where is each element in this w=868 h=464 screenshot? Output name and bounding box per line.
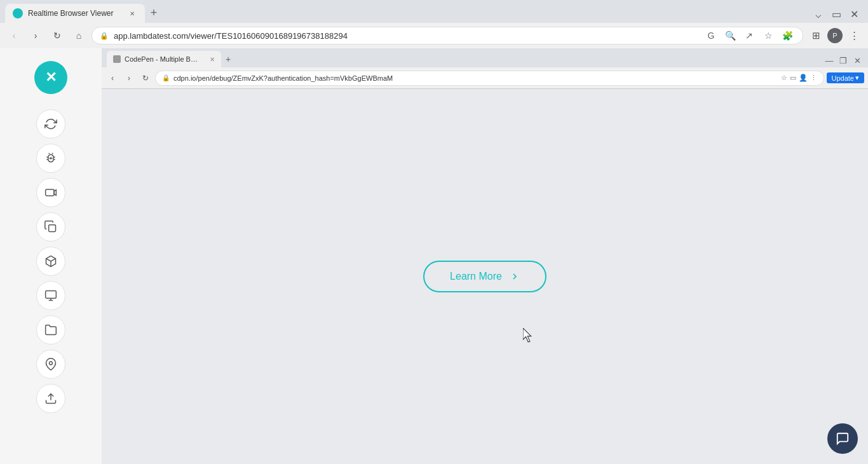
folder-icon-button[interactable] [36,315,65,345]
inner-menu-icon[interactable]: ⋮ [810,74,817,82]
inner-browser-content: Learn More [102,89,868,464]
learn-more-button[interactable]: Learn More [423,261,546,292]
monitor-icon-button[interactable] [36,281,65,310]
inner-lock-icon: 🔒 [162,74,170,81]
profile-avatar: P [827,28,843,43]
inner-profile-icon[interactable]: 👤 [799,74,808,82]
forward-button[interactable]: › [27,27,44,44]
copy-icon-button[interactable] [36,212,65,242]
inner-active-tab[interactable]: CodePen - Multiple Button Tran... ✕ [107,51,221,67]
inner-tab-close-icon[interactable]: ✕ [210,56,215,63]
tab-minimize-icon[interactable]: ⌵ [812,8,825,20]
tab-restore-icon[interactable]: ▭ [830,8,843,20]
location-icon-button[interactable] [36,350,65,379]
share-icon-button[interactable] [36,384,65,413]
profile-button[interactable]: P [826,27,844,44]
location-icon [44,358,57,371]
inner-address-row: ‹ › ↻ 🔒 cdpn.io/pen/debug/ZEmvZxK?authen… [102,67,868,89]
inner-reload-button[interactable]: ↻ [139,71,153,85]
inner-tab-close-window-icon[interactable]: ✕ [851,55,863,66]
video-icon-button[interactable] [36,178,65,207]
inner-forward-button[interactable]: › [122,71,136,85]
monitor-icon [44,289,57,302]
update-button[interactable]: Update ▾ [827,72,864,83]
chevron-right-icon [510,271,520,282]
address-text: app.lambdatest.com/viewer/TES10160609016… [114,31,698,41]
svg-point-3 [50,362,53,365]
update-chevron-icon: ▾ [855,74,859,82]
learn-more-label: Learn More [450,271,502,282]
inner-pip-icon[interactable]: ▭ [790,74,796,82]
cube-icon [44,255,57,268]
svg-rect-1 [49,225,56,232]
tab-close-icon[interactable]: ✕ [127,8,137,18]
inner-address-bar[interactable]: 🔒 cdpn.io/pen/debug/ZEmvZxK?authenticati… [155,71,824,86]
sidebar: ✕ [0,48,102,464]
folder-icon [44,324,57,336]
inner-back-button[interactable]: ‹ [105,71,119,85]
sync-icon-button[interactable] [36,109,65,139]
close-button[interactable]: ✕ [34,61,67,94]
sync-icon [44,118,57,130]
reload-button[interactable]: ↻ [48,27,66,44]
inner-new-tab-button[interactable]: + [221,52,235,66]
svg-rect-2 [46,291,57,299]
inner-tab-title: CodePen - Multiple Button Tran... [125,55,201,63]
tab-favicon [13,8,23,18]
chat-icon [836,432,850,446]
google-icon[interactable]: G [703,28,719,43]
inner-address-text: cdpn.io/pen/debug/ZEmvZxK?authentication… [173,74,777,82]
svg-rect-0 [46,189,54,196]
embedded-browser: CodePen - Multiple Button Tran... ✕ + — … [102,48,868,464]
inner-tab-minimize-icon[interactable]: — [824,55,835,66]
bookmark-icon[interactable]: ☆ [761,28,776,43]
chat-widget-button[interactable] [827,423,858,454]
active-tab[interactable]: Realtime Browser Viewer ✕ [5,4,145,23]
address-bar-row: ‹ › ↻ ⌂ 🔒 app.lambdatest.com/viewer/TES1… [0,23,868,48]
copy-icon [44,221,57,233]
bug-icon [44,152,57,165]
new-tab-button[interactable]: + [145,4,163,22]
back-button[interactable]: ‹ [5,27,23,44]
svg-marker-5 [523,328,531,342]
cube-icon-button[interactable] [36,247,65,276]
extension-icon[interactable]: 🧩 [780,28,795,43]
mouse-cursor [523,328,536,343]
home-button[interactable]: ⌂ [70,27,88,44]
tab-close-window-icon[interactable]: ✕ [848,8,860,20]
inner-tab-favicon [113,55,121,63]
inner-star-icon[interactable]: ☆ [781,74,787,82]
bug-icon-button[interactable] [36,144,65,173]
menu-button[interactable]: ⋮ [845,27,863,44]
inner-tab-restore-icon[interactable]: ❐ [837,55,849,66]
lock-icon: 🔒 [100,32,109,40]
address-bar[interactable]: 🔒 app.lambdatest.com/viewer/TES101606090… [92,27,803,44]
video-icon [44,186,57,199]
zoom-icon[interactable]: 🔍 [722,28,738,43]
tab-title: Realtime Browser Viewer [28,9,114,18]
extensions-button[interactable]: ⊞ [807,27,825,44]
share-link-icon[interactable]: ↗ [742,28,757,43]
share-upload-icon [44,392,57,405]
